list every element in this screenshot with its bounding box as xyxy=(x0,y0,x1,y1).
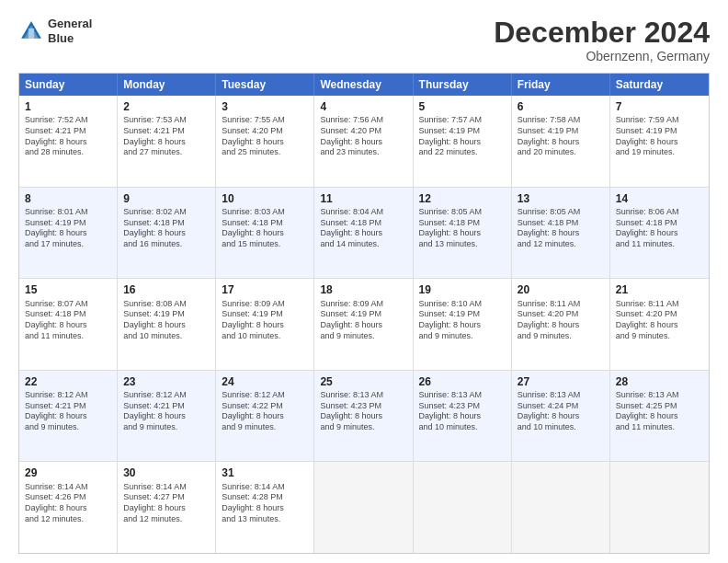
day-number: 15 xyxy=(25,282,111,297)
day-number: 20 xyxy=(518,282,604,297)
location: Obernzenn, Germany xyxy=(494,49,710,63)
day-info: Sunrise: 8:13 AM Sunset: 4:25 PM Dayligh… xyxy=(616,390,703,433)
day-info: Sunrise: 8:05 AM Sunset: 4:18 PM Dayligh… xyxy=(419,207,506,250)
calendar-cell: 9Sunrise: 8:02 AM Sunset: 4:18 PM Daylig… xyxy=(118,188,216,279)
day-number: 23 xyxy=(123,374,210,389)
calendar-cell: 22Sunrise: 8:12 AM Sunset: 4:21 PM Dayli… xyxy=(19,371,118,462)
day-info: Sunrise: 8:07 AM Sunset: 4:18 PM Dayligh… xyxy=(25,299,111,342)
calendar-cell: 29Sunrise: 8:14 AM Sunset: 4:26 PM Dayli… xyxy=(19,462,118,553)
header-day-saturday: Saturday xyxy=(610,74,709,96)
day-number: 12 xyxy=(419,191,506,206)
day-number: 24 xyxy=(222,374,308,389)
day-info: Sunrise: 8:09 AM Sunset: 4:19 PM Dayligh… xyxy=(222,299,308,342)
calendar-cell xyxy=(610,462,709,553)
day-info: Sunrise: 8:14 AM Sunset: 4:28 PM Dayligh… xyxy=(222,482,308,525)
day-number: 11 xyxy=(320,191,406,206)
svg-rect-2 xyxy=(28,28,34,38)
day-info: Sunrise: 8:08 AM Sunset: 4:19 PM Dayligh… xyxy=(123,299,210,342)
logo-text: General Blue xyxy=(48,17,92,45)
day-info: Sunrise: 8:10 AM Sunset: 4:19 PM Dayligh… xyxy=(419,299,506,342)
day-info: Sunrise: 8:09 AM Sunset: 4:19 PM Dayligh… xyxy=(320,299,406,342)
day-info: Sunrise: 7:55 AM Sunset: 4:20 PM Dayligh… xyxy=(222,115,308,158)
day-number: 16 xyxy=(123,282,210,297)
calendar-cell: 26Sunrise: 8:13 AM Sunset: 4:23 PM Dayli… xyxy=(414,371,512,462)
day-info: Sunrise: 7:52 AM Sunset: 4:21 PM Dayligh… xyxy=(25,115,111,158)
header-day-monday: Monday xyxy=(118,74,216,96)
day-number: 28 xyxy=(616,374,703,389)
day-info: Sunrise: 7:59 AM Sunset: 4:19 PM Dayligh… xyxy=(616,115,703,158)
day-number: 5 xyxy=(419,99,506,114)
day-number: 18 xyxy=(320,282,406,297)
calendar-cell: 21Sunrise: 8:11 AM Sunset: 4:20 PM Dayli… xyxy=(610,279,709,370)
day-info: Sunrise: 7:56 AM Sunset: 4:20 PM Dayligh… xyxy=(320,115,406,158)
day-number: 14 xyxy=(616,191,703,206)
calendar: SundayMondayTuesdayWednesdayThursdayFrid… xyxy=(18,73,710,554)
calendar-cell: 16Sunrise: 8:08 AM Sunset: 4:19 PM Dayli… xyxy=(118,279,216,370)
calendar-cell: 19Sunrise: 8:10 AM Sunset: 4:19 PM Dayli… xyxy=(414,279,512,370)
title-block: December 2024 Obernzenn, Germany xyxy=(494,17,710,63)
calendar-cell: 8Sunrise: 8:01 AM Sunset: 4:19 PM Daylig… xyxy=(19,188,118,279)
calendar-cell: 28Sunrise: 8:13 AM Sunset: 4:25 PM Dayli… xyxy=(610,371,709,462)
calendar-cell: 18Sunrise: 8:09 AM Sunset: 4:19 PM Dayli… xyxy=(314,279,413,370)
day-info: Sunrise: 8:04 AM Sunset: 4:18 PM Dayligh… xyxy=(320,207,406,250)
calendar-cell: 14Sunrise: 8:06 AM Sunset: 4:18 PM Dayli… xyxy=(610,188,709,279)
day-info: Sunrise: 7:53 AM Sunset: 4:21 PM Dayligh… xyxy=(123,115,210,158)
day-info: Sunrise: 8:11 AM Sunset: 4:20 PM Dayligh… xyxy=(518,299,604,342)
calendar-cell: 13Sunrise: 8:05 AM Sunset: 4:18 PM Dayli… xyxy=(512,188,610,279)
calendar-cell: 30Sunrise: 8:14 AM Sunset: 4:27 PM Dayli… xyxy=(118,462,216,553)
logo-line2: Blue xyxy=(48,31,92,46)
calendar-cell: 10Sunrise: 8:03 AM Sunset: 4:18 PM Dayli… xyxy=(216,188,314,279)
calendar-cell: 24Sunrise: 8:12 AM Sunset: 4:22 PM Dayli… xyxy=(216,371,314,462)
month-title: December 2024 xyxy=(494,17,710,49)
day-info: Sunrise: 8:11 AM Sunset: 4:20 PM Dayligh… xyxy=(616,299,703,342)
calendar-cell xyxy=(512,462,610,553)
header-day-thursday: Thursday xyxy=(414,74,512,96)
day-number: 8 xyxy=(25,191,111,206)
day-info: Sunrise: 8:01 AM Sunset: 4:19 PM Dayligh… xyxy=(25,207,111,250)
day-number: 29 xyxy=(25,465,111,480)
day-number: 26 xyxy=(419,374,506,389)
calendar-row: 1Sunrise: 7:52 AM Sunset: 4:21 PM Daylig… xyxy=(19,96,709,187)
day-info: Sunrise: 8:03 AM Sunset: 4:18 PM Dayligh… xyxy=(222,207,308,250)
day-info: Sunrise: 8:13 AM Sunset: 4:23 PM Dayligh… xyxy=(320,390,406,433)
day-info: Sunrise: 8:05 AM Sunset: 4:18 PM Dayligh… xyxy=(518,207,604,250)
day-number: 22 xyxy=(25,374,111,389)
calendar-cell: 20Sunrise: 8:11 AM Sunset: 4:20 PM Dayli… xyxy=(512,279,610,370)
calendar-cell xyxy=(414,462,512,553)
calendar-cell: 2Sunrise: 7:53 AM Sunset: 4:21 PM Daylig… xyxy=(118,96,216,187)
calendar-cell: 5Sunrise: 7:57 AM Sunset: 4:19 PM Daylig… xyxy=(414,96,512,187)
calendar-cell: 7Sunrise: 7:59 AM Sunset: 4:19 PM Daylig… xyxy=(610,96,709,187)
day-number: 9 xyxy=(123,191,210,206)
day-info: Sunrise: 7:57 AM Sunset: 4:19 PM Dayligh… xyxy=(419,115,506,158)
calendar-header: SundayMondayTuesdayWednesdayThursdayFrid… xyxy=(19,74,709,96)
calendar-cell: 11Sunrise: 8:04 AM Sunset: 4:18 PM Dayli… xyxy=(314,188,413,279)
day-number: 3 xyxy=(222,99,308,114)
day-info: Sunrise: 8:06 AM Sunset: 4:18 PM Dayligh… xyxy=(616,207,703,250)
day-info: Sunrise: 8:14 AM Sunset: 4:26 PM Dayligh… xyxy=(25,482,111,525)
page: General Blue December 2024 Obernzenn, Ge… xyxy=(0,0,728,563)
calendar-cell: 23Sunrise: 8:12 AM Sunset: 4:21 PM Dayli… xyxy=(118,371,216,462)
header-day-tuesday: Tuesday xyxy=(216,74,314,96)
day-info: Sunrise: 8:12 AM Sunset: 4:22 PM Dayligh… xyxy=(222,390,308,433)
calendar-cell: 25Sunrise: 8:13 AM Sunset: 4:23 PM Dayli… xyxy=(314,371,413,462)
header-day-wednesday: Wednesday xyxy=(314,74,413,96)
day-number: 31 xyxy=(222,465,308,480)
calendar-cell: 17Sunrise: 8:09 AM Sunset: 4:19 PM Dayli… xyxy=(216,279,314,370)
day-info: Sunrise: 8:12 AM Sunset: 4:21 PM Dayligh… xyxy=(25,390,111,433)
day-number: 13 xyxy=(518,191,604,206)
header-day-friday: Friday xyxy=(512,74,610,96)
day-number: 10 xyxy=(222,191,308,206)
calendar-row: 29Sunrise: 8:14 AM Sunset: 4:26 PM Dayli… xyxy=(19,461,709,553)
day-number: 6 xyxy=(518,99,604,114)
calendar-cell: 12Sunrise: 8:05 AM Sunset: 4:18 PM Dayli… xyxy=(414,188,512,279)
logo: General Blue xyxy=(18,17,92,45)
day-info: Sunrise: 8:12 AM Sunset: 4:21 PM Dayligh… xyxy=(123,390,210,433)
day-info: Sunrise: 8:14 AM Sunset: 4:27 PM Dayligh… xyxy=(123,482,210,525)
calendar-cell: 6Sunrise: 7:58 AM Sunset: 4:19 PM Daylig… xyxy=(512,96,610,187)
day-info: Sunrise: 7:58 AM Sunset: 4:19 PM Dayligh… xyxy=(518,115,604,158)
day-number: 25 xyxy=(320,374,406,389)
day-number: 19 xyxy=(419,282,506,297)
header-day-sunday: Sunday xyxy=(19,74,118,96)
day-number: 21 xyxy=(616,282,703,297)
calendar-row: 15Sunrise: 8:07 AM Sunset: 4:18 PM Dayli… xyxy=(19,278,709,370)
